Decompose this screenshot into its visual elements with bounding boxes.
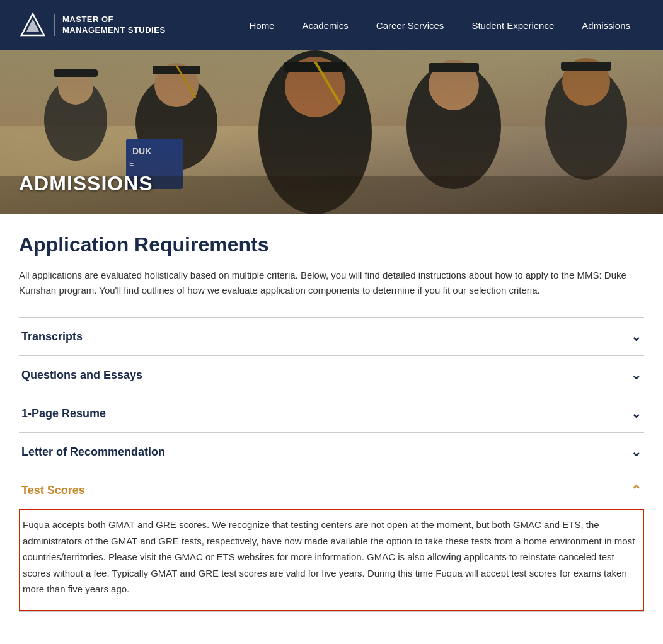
accordion-header-essays[interactable]: Questions and Essays ⌄ [19,356,644,394]
accordion-title-essays: Questions and Essays [21,369,142,382]
nav-admissions[interactable]: Admissions [568,0,644,50]
nav-home[interactable]: Home [235,0,288,50]
accordion-title-resume: 1-Page Resume [21,407,106,420]
chevron-recommendation: ⌄ [631,444,642,459]
nav-career-services[interactable]: Career Services [362,0,458,50]
accordion-title-recommendation: Letter of Recommendation [21,446,165,459]
brand-logo [19,11,47,39]
accordion-header-test-scores[interactable]: Test Scores ⌃ [19,471,644,509]
chevron-resume: ⌄ [631,406,642,421]
accordion-header-resume[interactable]: 1-Page Resume ⌄ [19,394,644,432]
chevron-essays: ⌄ [631,367,642,382]
nav-academics[interactable]: Academics [288,0,362,50]
accordion-item-essays: Questions and Essays ⌄ [19,356,644,394]
accordion-body-test-scores: Fuqua accepts both GMAT and GRE scores. … [19,509,644,611]
brand-title: MASTER OFMANAGEMENT STUDIES [54,14,166,36]
hero-section: DUK E ADMISSIONS [0,50,663,214]
accordion-item-test-scores: Test Scores ⌃ Fuqua accepts both GMAT an… [19,471,644,612]
hero-title: ADMISSIONS [19,172,153,195]
accordion: Transcripts ⌄ Questions and Essays ⌄ 1-P… [19,317,644,612]
page-intro: All applications are evaluated holistica… [19,268,644,298]
accordion-item-recommendation: Letter of Recommendation ⌄ [19,433,644,471]
chevron-test-scores: ⌃ [631,483,642,498]
accordion-title-transcripts: Transcripts [21,330,83,343]
accordion-header-recommendation[interactable]: Letter of Recommendation ⌄ [19,433,644,471]
accordion-title-test-scores: Test Scores [21,484,85,497]
nav-student-experience[interactable]: Student Experience [458,0,568,50]
main-nav: Home Academics Career Services Student E… [235,0,644,50]
accordion-header-transcripts[interactable]: Transcripts ⌄ [19,318,644,355]
page-title: Application Requirements [19,233,644,256]
accordion-item-resume: 1-Page Resume ⌄ [19,394,644,433]
main-content: Application Requirements All application… [0,214,663,637]
accordion-item-transcripts: Transcripts ⌄ [19,318,644,356]
navbar: MASTER OFMANAGEMENT STUDIES Home Academi… [0,0,663,50]
brand: MASTER OFMANAGEMENT STUDIES [19,11,166,39]
chevron-transcripts: ⌄ [631,329,642,344]
